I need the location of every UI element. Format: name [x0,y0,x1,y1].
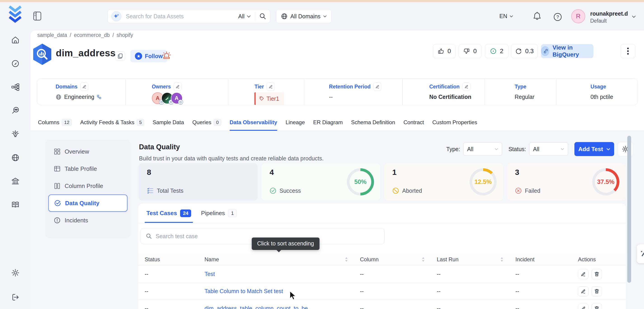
view-in-bigquery-button[interactable]: View in BigQuery [541,44,594,58]
menu-column-profile[interactable]: Column Profile [48,177,128,195]
domains-label: Domains [56,84,78,90]
nav-logout[interactable] [9,291,22,303]
upvote-button[interactable]: 0 [433,44,456,58]
type-filter-select[interactable]: All [463,143,502,156]
delete-test-button[interactable] [592,303,602,309]
checklist-icon [147,187,154,194]
nav-insights[interactable] [9,128,22,140]
tab-contract[interactable]: Contract [404,114,424,131]
type-value: Regular [514,94,534,100]
tier-chip[interactable]: Tier1 [254,92,284,105]
edit-test-button[interactable] [578,303,588,309]
menu-label: Overview [65,148,89,155]
more-actions-button[interactable] [620,44,636,58]
copy-name-button[interactable] [116,51,125,61]
tab-lineage[interactable]: Lineage [286,114,305,131]
nav-governance[interactable] [9,175,22,187]
metadata-type: Type Regular [484,79,556,105]
tab-schema-definition[interactable]: Schema Definition [351,114,395,131]
tab-custom-properties[interactable]: Custom Properties [432,114,477,131]
edit-certification-button[interactable] [462,83,470,91]
owner-avatar-group[interactable]: A ⬡ ⬡ A ⬡ [152,92,228,104]
test-case-link[interactable]: Table Column to Match Set test [204,288,283,294]
test-cases-table: Status Name Column Last Run Incident Ac [138,253,626,309]
nav-explore[interactable] [9,57,22,70]
edit-owners-button[interactable] [174,83,182,91]
vertical-scrollbar[interactable] [627,136,631,283]
add-test-button[interactable]: Add Test [574,142,614,156]
owner-avatar[interactable]: A ⬡ [171,92,182,104]
ai-sparkle-icon[interactable] [112,11,121,21]
tab-sample-data[interactable]: Sample Data [152,114,184,131]
tab-er-diagram[interactable]: ER Diagram [313,114,343,131]
announcement-alert-icon[interactable] [161,50,172,62]
col-last-run[interactable]: Last Run [430,253,509,265]
cell-incident: -- [509,265,572,282]
avatar-initial: A [156,95,160,101]
tab-count: 24 [180,209,191,217]
tab-test-cases[interactable]: Test Cases 24 [146,204,191,223]
menu-overview[interactable]: Overview [48,143,128,160]
col-name[interactable]: Name [198,253,354,265]
test-case-link[interactable]: Test [204,271,215,277]
chevron-down-icon[interactable] [632,15,636,18]
watch-count-button[interactable]: 2 [485,44,508,58]
status-filter-select[interactable]: All [529,143,568,156]
cell-status: -- [138,300,198,309]
language-dropdown[interactable]: EN [500,13,513,20]
edit-retention-button[interactable] [373,83,382,91]
downvote-button[interactable]: 0 [459,44,481,58]
sidebar-toggle-icon[interactable] [33,11,42,22]
success-label: Success [280,187,301,194]
version-button[interactable]: 0.3 [511,44,538,58]
tab-columns[interactable]: Columns 12 [38,114,72,131]
breadcrumb-schema[interactable]: shopify [116,32,133,38]
chevron-down-icon [495,148,498,150]
search-scope-dropdown[interactable]: All [238,13,255,20]
app-logo[interactable] [8,5,22,24]
kpi-widget-button[interactable] [637,244,644,263]
notifications-button[interactable] [532,12,542,23]
edit-tier-button[interactable] [267,83,275,91]
nav-sitemap[interactable] [9,81,22,93]
tab-activity-feeds[interactable]: Activity Feeds & Tasks 5 [80,114,144,131]
nav-observability[interactable] [9,104,22,117]
version-number: 0.3 [525,48,534,55]
success-card: 4 Success 50% [262,163,380,200]
tab-queries[interactable]: Queries 0 [192,114,221,131]
global-search-input[interactable] [121,13,238,20]
owners-label: Owners [152,84,171,90]
delete-test-button[interactable] [592,286,602,296]
edit-test-button[interactable] [578,269,588,279]
delete-test-button[interactable] [592,269,602,279]
tab-pipelines[interactable]: Pipelines 1 [201,204,237,223]
menu-table-profile[interactable]: Table Profile [48,160,128,177]
edit-test-button[interactable] [578,286,588,296]
data-observability-content: Overview Table Profile Column Profile [30,131,644,309]
help-button[interactable]: ? [553,13,562,23]
menu-data-quality[interactable]: Data Quality [48,195,128,212]
breadcrumb-database[interactable]: ecommerce_db [74,32,110,38]
domains-value[interactable]: Engineering [64,94,94,100]
nav-glossary[interactable] [9,198,22,211]
nav-home[interactable] [9,34,22,46]
nav-domains[interactable] [9,151,22,164]
all-domains-dropdown[interactable]: All Domains [276,9,332,23]
breadcrumb-service[interactable]: sample_data [37,32,67,38]
sorter-icon[interactable] [345,257,348,262]
user-menu[interactable]: rounakpreet.d Default [590,10,628,24]
retention-label: Retention Period [329,84,370,90]
nav-settings[interactable] [9,266,22,279]
test-case-link[interactable]: dim_address_table_column_count_to_be [204,305,308,309]
edit-domains-button[interactable] [80,83,88,91]
menu-incidents[interactable]: Incidents [48,212,128,229]
user-avatar[interactable]: R [571,9,585,23]
sorter-icon[interactable] [422,257,424,262]
cell-status: -- [138,265,198,282]
sorter-icon[interactable] [500,257,503,262]
search-icon[interactable] [259,13,266,20]
tab-label: Sample Data [152,119,184,126]
tab-data-observability[interactable]: Data Observability [230,114,277,131]
col-column[interactable]: Column [354,253,430,265]
tab-label: ER Diagram [313,119,343,126]
